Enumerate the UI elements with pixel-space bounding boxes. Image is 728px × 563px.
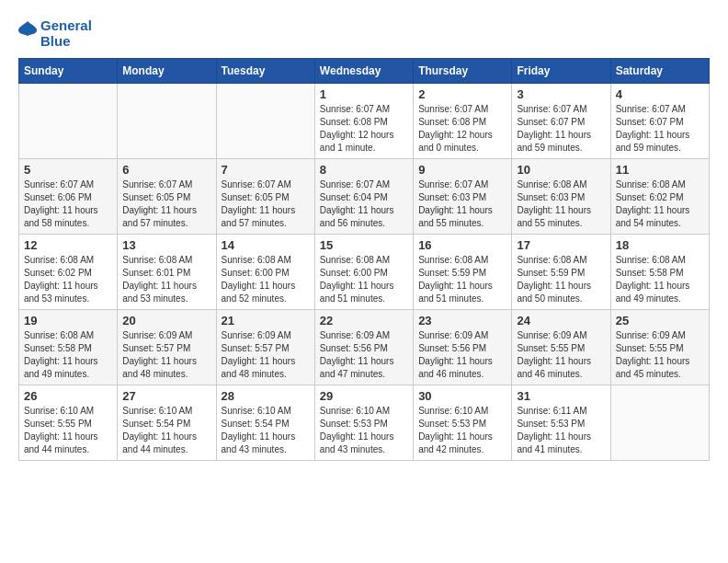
calendar-cell: 29Sunrise: 6:10 AMSunset: 5:53 PMDayligh…: [314, 385, 413, 461]
day-number: 22: [320, 314, 408, 327]
logo-blue: Blue: [40, 33, 71, 49]
calendar-cell: 21Sunrise: 6:09 AMSunset: 5:57 PMDayligh…: [216, 310, 314, 385]
day-info: Sunrise: 6:07 AMSunset: 6:06 PMDaylight:…: [24, 178, 112, 230]
calendar-cell: 17Sunrise: 6:08 AMSunset: 5:59 PMDayligh…: [512, 235, 610, 310]
day-info: Sunrise: 6:07 AMSunset: 6:08 PMDaylight:…: [320, 103, 408, 155]
calendar-cell: 19Sunrise: 6:08 AMSunset: 5:58 PMDayligh…: [19, 310, 118, 385]
logo-general: General: [40, 17, 92, 33]
calendar-cell: 11Sunrise: 6:08 AMSunset: 6:02 PMDayligh…: [610, 159, 709, 235]
day-info: Sunrise: 6:07 AMSunset: 6:05 PMDaylight:…: [222, 178, 310, 230]
day-number: 18: [616, 238, 704, 252]
calendar-cell: 7Sunrise: 6:07 AMSunset: 6:05 PMDaylight…: [216, 159, 314, 235]
day-number: 8: [320, 163, 408, 177]
day-number: 17: [517, 238, 605, 252]
calendar-week-1: 1Sunrise: 6:07 AMSunset: 6:08 PMDaylight…: [19, 84, 710, 159]
day-number: 19: [24, 314, 112, 327]
day-info: Sunrise: 6:08 AMSunset: 6:03 PMDaylight:…: [517, 178, 605, 230]
calendar-week-3: 12Sunrise: 6:08 AMSunset: 6:02 PMDayligh…: [19, 235, 710, 310]
day-number: 10: [517, 163, 605, 177]
day-info: Sunrise: 6:08 AMSunset: 5:59 PMDaylight:…: [517, 254, 605, 305]
day-number: 12: [24, 238, 112, 252]
day-info: Sunrise: 6:07 AMSunset: 6:05 PMDaylight:…: [122, 178, 210, 230]
weekday-header-saturday: Saturday: [610, 59, 709, 84]
calendar-cell: 28Sunrise: 6:10 AMSunset: 5:54 PMDayligh…: [216, 385, 314, 461]
calendar-cell: 25Sunrise: 6:09 AMSunset: 5:55 PMDayligh…: [610, 310, 709, 385]
day-number: 16: [418, 238, 506, 252]
day-number: 29: [320, 389, 408, 403]
day-number: 2: [418, 87, 506, 101]
calendar-body: 1Sunrise: 6:07 AMSunset: 6:08 PMDaylight…: [19, 84, 710, 461]
day-number: 26: [24, 389, 112, 403]
calendar-cell: 12Sunrise: 6:08 AMSunset: 6:02 PMDayligh…: [19, 235, 118, 310]
day-number: 24: [517, 314, 605, 327]
calendar-cell: 27Sunrise: 6:10 AMSunset: 5:54 PMDayligh…: [118, 385, 216, 461]
day-info: Sunrise: 6:10 AMSunset: 5:54 PMDaylight:…: [122, 405, 210, 456]
day-number: 6: [122, 163, 210, 177]
day-info: Sunrise: 6:10 AMSunset: 5:55 PMDaylight:…: [24, 405, 112, 456]
calendar-cell: 18Sunrise: 6:08 AMSunset: 5:58 PMDayligh…: [610, 235, 709, 310]
page-header: GeneralBlue: [18, 18, 710, 49]
calendar-cell: 16Sunrise: 6:08 AMSunset: 5:59 PMDayligh…: [414, 235, 512, 310]
calendar-cell: 4Sunrise: 6:07 AMSunset: 6:07 PMDaylight…: [610, 84, 709, 159]
day-number: 7: [222, 163, 310, 177]
day-number: 5: [24, 163, 112, 177]
day-number: 25: [616, 314, 704, 327]
day-number: 28: [222, 389, 310, 403]
day-info: Sunrise: 6:10 AMSunset: 5:53 PMDaylight:…: [418, 405, 506, 456]
day-number: 13: [122, 238, 210, 252]
day-number: 11: [616, 163, 704, 177]
day-info: Sunrise: 6:10 AMSunset: 5:54 PMDaylight:…: [222, 405, 310, 456]
day-number: 30: [418, 389, 506, 403]
logo: GeneralBlue: [18, 18, 92, 49]
day-info: Sunrise: 6:10 AMSunset: 5:53 PMDaylight:…: [320, 405, 408, 456]
day-info: Sunrise: 6:09 AMSunset: 5:56 PMDaylight:…: [418, 329, 506, 381]
day-info: Sunrise: 6:09 AMSunset: 5:55 PMDaylight:…: [616, 329, 704, 381]
calendar-cell: 3Sunrise: 6:07 AMSunset: 6:07 PMDaylight…: [512, 84, 610, 159]
weekday-header-thursday: Thursday: [414, 59, 512, 84]
logo-bird-icon: [18, 21, 37, 47]
day-info: Sunrise: 6:09 AMSunset: 5:55 PMDaylight:…: [517, 329, 605, 381]
day-info: Sunrise: 6:08 AMSunset: 6:00 PMDaylight:…: [222, 254, 310, 305]
day-info: Sunrise: 6:11 AMSunset: 5:53 PMDaylight:…: [517, 405, 605, 456]
day-number: 15: [320, 238, 408, 252]
calendar-table: SundayMondayTuesdayWednesdayThursdayFrid…: [18, 58, 710, 461]
calendar-cell: 15Sunrise: 6:08 AMSunset: 6:00 PMDayligh…: [314, 235, 413, 310]
calendar-cell: 5Sunrise: 6:07 AMSunset: 6:06 PMDaylight…: [19, 159, 118, 235]
day-info: Sunrise: 6:07 AMSunset: 6:07 PMDaylight:…: [616, 103, 704, 155]
day-info: Sunrise: 6:09 AMSunset: 5:57 PMDaylight:…: [222, 329, 310, 381]
day-number: 27: [122, 389, 210, 403]
calendar-cell: 20Sunrise: 6:09 AMSunset: 5:57 PMDayligh…: [118, 310, 216, 385]
day-info: Sunrise: 6:07 AMSunset: 6:08 PMDaylight:…: [418, 103, 506, 155]
day-info: Sunrise: 6:08 AMSunset: 5:59 PMDaylight:…: [418, 254, 506, 305]
calendar-cell: 1Sunrise: 6:07 AMSunset: 6:08 PMDaylight…: [314, 84, 413, 159]
day-info: Sunrise: 6:09 AMSunset: 5:57 PMDaylight:…: [122, 329, 210, 381]
day-number: 20: [122, 314, 210, 327]
calendar-cell: 2Sunrise: 6:07 AMSunset: 6:08 PMDaylight…: [414, 84, 512, 159]
calendar-cell: 24Sunrise: 6:09 AMSunset: 5:55 PMDayligh…: [512, 310, 610, 385]
day-info: Sunrise: 6:09 AMSunset: 5:56 PMDaylight:…: [320, 329, 408, 381]
weekday-header-tuesday: Tuesday: [216, 59, 314, 84]
day-info: Sunrise: 6:08 AMSunset: 5:58 PMDaylight:…: [24, 329, 112, 381]
day-number: 21: [222, 314, 310, 327]
day-info: Sunrise: 6:08 AMSunset: 5:58 PMDaylight:…: [616, 254, 704, 305]
calendar-week-4: 19Sunrise: 6:08 AMSunset: 5:58 PMDayligh…: [19, 310, 710, 385]
weekday-header-wednesday: Wednesday: [314, 59, 413, 84]
logo-text: GeneralBlue: [40, 18, 92, 49]
day-number: 23: [418, 314, 506, 327]
day-number: 4: [616, 87, 704, 101]
calendar-cell: [19, 84, 118, 159]
day-number: 1: [320, 87, 408, 101]
calendar-cell: 10Sunrise: 6:08 AMSunset: 6:03 PMDayligh…: [512, 159, 610, 235]
weekday-header-sunday: Sunday: [19, 59, 118, 84]
day-number: 9: [418, 163, 506, 177]
calendar-cell: 23Sunrise: 6:09 AMSunset: 5:56 PMDayligh…: [414, 310, 512, 385]
day-info: Sunrise: 6:07 AMSunset: 6:03 PMDaylight:…: [418, 178, 506, 230]
calendar-header: SundayMondayTuesdayWednesdayThursdayFrid…: [19, 59, 710, 84]
day-number: 3: [517, 87, 605, 101]
day-info: Sunrise: 6:07 AMSunset: 6:07 PMDaylight:…: [517, 103, 605, 155]
day-info: Sunrise: 6:07 AMSunset: 6:04 PMDaylight:…: [320, 178, 408, 230]
weekday-header-row: SundayMondayTuesdayWednesdayThursdayFrid…: [19, 59, 710, 84]
calendar-cell: 14Sunrise: 6:08 AMSunset: 6:00 PMDayligh…: [216, 235, 314, 310]
day-info: Sunrise: 6:08 AMSunset: 6:02 PMDaylight:…: [616, 178, 704, 230]
calendar-cell: 13Sunrise: 6:08 AMSunset: 6:01 PMDayligh…: [118, 235, 216, 310]
